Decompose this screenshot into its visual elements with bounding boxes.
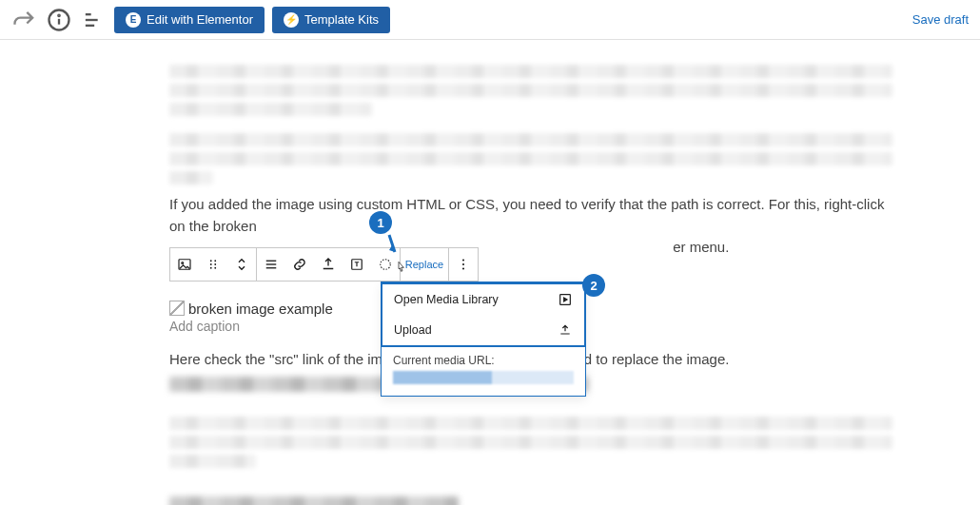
- open-media-library-item[interactable]: Open Media Library: [382, 284, 584, 315]
- media-library-icon: [558, 292, 573, 307]
- redacted-text: [169, 152, 892, 165]
- current-media-url-label: Current media URL:: [382, 346, 585, 371]
- redo-icon[interactable]: [11, 7, 38, 33]
- svg-point-7: [182, 262, 184, 264]
- svg-point-19: [462, 259, 464, 261]
- callout-badge-2: 2: [582, 274, 605, 297]
- block-type-image-icon[interactable]: [170, 248, 199, 281]
- redacted-text: [169, 171, 213, 185]
- redacted-text: [169, 133, 892, 146]
- text-overlay-icon[interactable]: [343, 248, 371, 281]
- editor-canvas: If you added the image using custom HTML…: [0, 40, 980, 505]
- move-updown-icon[interactable]: [227, 248, 256, 281]
- svg-point-8: [210, 260, 212, 262]
- editor-top-bar: E Edit with Elementor ⚡ Template Kits Sa…: [0, 0, 980, 40]
- svg-point-2: [58, 14, 59, 15]
- open-media-library-label: Open Media Library: [394, 293, 499, 306]
- redacted-text: [169, 417, 892, 430]
- image-block-toolbar: Replace: [169, 247, 479, 282]
- upload-item[interactable]: Upload: [382, 315, 584, 345]
- redacted-heading: [169, 496, 459, 506]
- svg-point-18: [381, 260, 391, 270]
- redacted-text: [169, 65, 892, 78]
- svg-point-12: [210, 267, 212, 269]
- svg-point-13: [214, 267, 216, 269]
- save-draft-link[interactable]: Save draft: [912, 12, 969, 27]
- redacted-text: [169, 103, 372, 116]
- more-options-icon[interactable]: [449, 248, 478, 281]
- svg-point-21: [462, 267, 464, 269]
- callout-badge-1: 1: [369, 211, 392, 234]
- align-icon[interactable]: [257, 248, 285, 281]
- upload-icon[interactable]: [314, 248, 343, 281]
- upload-icon: [558, 322, 573, 338]
- elementor-icon: E: [126, 12, 141, 28]
- redacted-text: [169, 436, 892, 449]
- redacted-text: [169, 84, 892, 97]
- replace-label: Replace: [405, 260, 443, 270]
- svg-point-11: [214, 263, 216, 265]
- redacted-text: [169, 455, 256, 468]
- cursor-pointer-icon: [394, 261, 407, 276]
- replace-button[interactable]: Replace: [401, 248, 448, 281]
- svg-point-9: [214, 260, 216, 262]
- upload-label: Upload: [394, 323, 432, 337]
- link-icon[interactable]: [285, 248, 314, 281]
- callout-arrow: [380, 233, 399, 256]
- bolt-icon: ⚡: [284, 12, 299, 28]
- replace-dropdown: Open Media Library Upload Current media …: [381, 282, 586, 397]
- edit-with-elementor-label: Edit with Elementor: [147, 12, 253, 27]
- drag-handle-icon[interactable]: [199, 248, 227, 281]
- current-media-url-field[interactable]: [393, 371, 574, 384]
- broken-image-alt: broken image example: [188, 301, 333, 317]
- outline-icon[interactable]: [80, 7, 107, 33]
- broken-image-icon: [169, 301, 185, 316]
- info-icon[interactable]: [46, 7, 72, 33]
- svg-point-20: [462, 263, 464, 265]
- svg-point-10: [210, 263, 212, 265]
- template-kits-label: Template Kits: [304, 12, 379, 27]
- template-kits-button[interactable]: ⚡ Template Kits: [272, 7, 390, 33]
- edit-with-elementor-button[interactable]: E Edit with Elementor: [114, 7, 265, 33]
